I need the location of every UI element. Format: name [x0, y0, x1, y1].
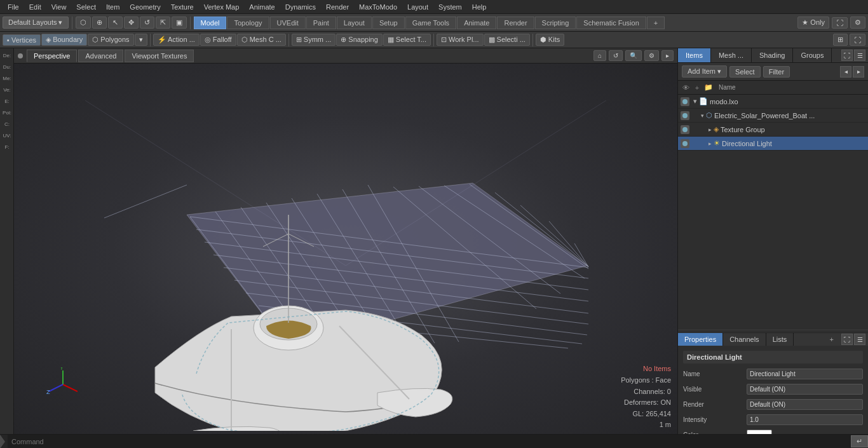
sidebar-e[interactable]: E: [0, 95, 14, 107]
eye-root[interactable] [681, 97, 689, 106]
vp-home[interactable]: ⌂ [593, 50, 606, 61]
tab-schematic-fusion[interactable]: Schematic Fusion [576, 17, 646, 29]
btn-falloff[interactable]: ◎ Falloff [200, 34, 236, 46]
config-btn[interactable]: ⚙ [850, 17, 865, 29]
btn-fullscreen-view[interactable]: ⛶ [850, 34, 865, 46]
prop-value-visible[interactable]: Default (ON) [747, 384, 863, 395]
tree-item-texgrp[interactable]: ▸ ◈ Texture Group [678, 123, 868, 137]
eye-dirlight[interactable] [681, 139, 689, 148]
menu-animate[interactable]: Animate [244, 2, 280, 12]
sidebar-f[interactable]: F: [0, 141, 14, 153]
add-item-button[interactable]: Add Item ▾ [682, 65, 727, 78]
vp-tab-advanced[interactable]: Advanced [78, 50, 123, 62]
layout-dropdown[interactable]: Default Layouts ▾ [3, 17, 69, 29]
tab-topology[interactable]: Topology [227, 17, 269, 29]
tool-scale[interactable]: ⇱ [156, 17, 170, 29]
prop-value-name[interactable]: Directional Light [747, 369, 863, 379]
btn-select-t[interactable]: ▦ Select T... [383, 34, 431, 46]
tree-folder-btn[interactable]: 📁 [703, 83, 714, 92]
btn-mesh-c[interactable]: ⬡ Mesh C ... [237, 34, 286, 46]
props-expand-btn[interactable]: ⛶ [841, 334, 853, 345]
tab-uvedit[interactable]: UVEdit [270, 17, 306, 29]
vp-chevron[interactable]: ▸ [661, 50, 674, 61]
menu-system[interactable]: System [433, 2, 467, 12]
cmd-submit-btn[interactable]: ↵ [851, 435, 868, 447]
tab-scripting[interactable]: Scripting [535, 17, 576, 29]
star-only-btn[interactable]: ★ Only [797, 17, 829, 29]
tool-move[interactable]: ✥ [124, 17, 139, 29]
menu-geometry[interactable]: Geometry [125, 2, 165, 12]
menu-file[interactable]: File [3, 2, 24, 12]
tab-layout[interactable]: Layout [337, 17, 372, 29]
menu-texture[interactable]: Texture [166, 2, 199, 12]
tool-box[interactable]: ▣ [172, 17, 187, 29]
btn-view-options[interactable]: ⊞ [833, 34, 848, 46]
vp-search[interactable]: 🔍 [625, 50, 642, 61]
select-button[interactable]: Select [729, 66, 761, 78]
tab-model[interactable]: Model [194, 17, 227, 29]
items-expand-btn[interactable]: ▸ [853, 66, 864, 78]
menu-view[interactable]: View [46, 2, 72, 12]
sidebar-de[interactable]: De: [0, 50, 14, 61]
rpanel-expand-btn[interactable]: ⛶ [841, 50, 853, 61]
tree-item-dirlight[interactable]: ▸ ☀ Directional Light [678, 137, 868, 151]
btn-symmetry[interactable]: ⊞ Symm ... [292, 34, 336, 46]
tool-cursor[interactable]: ↖ [108, 17, 123, 29]
menu-dynamics[interactable]: Dynamics [280, 2, 321, 12]
sidebar-ve[interactable]: Ve: [0, 84, 14, 95]
tree-vis-toggle[interactable]: 👁 [681, 84, 691, 92]
comp-dropdown[interactable]: ▾ [135, 34, 147, 46]
menu-select[interactable]: Select [71, 2, 101, 12]
menu-item[interactable]: Item [101, 2, 125, 12]
rpanel-tab-mesh[interactable]: Mesh ... [711, 48, 752, 62]
rpanel-tab-items[interactable]: Items [678, 48, 711, 62]
3d-viewport[interactable]: X Y Z No Items Polygons : Face Channels:… [14, 64, 677, 434]
tab-animate[interactable]: Animate [457, 17, 496, 29]
menu-maxtomode[interactable]: MaxToModo [354, 2, 402, 12]
menu-vertex-map[interactable]: Vertex Map [199, 2, 245, 12]
sidebar-uv[interactable]: UV: [0, 130, 14, 141]
tool-transform[interactable]: ⊕ [92, 17, 107, 29]
tool-rotate[interactable]: ↺ [140, 17, 154, 29]
command-input[interactable] [8, 435, 851, 449]
tree-item-root[interactable]: ▾ 📄 modo.lxo [678, 95, 868, 109]
sidebar-du[interactable]: Du: [0, 61, 14, 72]
tab-setup[interactable]: Setup [372, 17, 405, 29]
btn-kits[interactable]: ⬢ Kits [536, 34, 564, 46]
fullscreen-btn[interactable]: ⛶ [832, 17, 848, 29]
vp-settings[interactable]: ⚙ [644, 50, 659, 61]
rpanel-tab-shading[interactable]: Shading [752, 48, 793, 62]
items-options-btn[interactable]: ◂ [840, 66, 851, 78]
sidebar-pol[interactable]: Pol: [0, 107, 14, 118]
props-tab-lists[interactable]: Lists [766, 333, 794, 346]
tool-select-icon[interactable]: ⬡ [76, 17, 91, 29]
menu-help[interactable]: Help [467, 2, 492, 12]
comp-polygons[interactable]: ⬡ Polygons [88, 34, 133, 46]
tree-add-btn[interactable]: + [692, 84, 702, 92]
btn-work-pl[interactable]: ⊡ Work Pl... [437, 34, 484, 46]
eye-texgrp[interactable] [681, 125, 689, 134]
tree-item-boat[interactable]: ▾ ⬡ Electric_Solar_Powered_Boat ... [678, 109, 868, 123]
vp-tab-viewport-textures[interactable]: Viewport Textures [125, 50, 194, 62]
tab-game-tools[interactable]: Game Tools [405, 17, 457, 29]
tab-paint[interactable]: Paint [306, 17, 336, 29]
menu-render[interactable]: Render [321, 2, 354, 12]
btn-snapping[interactable]: ⊕ Snapping [336, 34, 383, 46]
props-tab-properties[interactable]: Properties [678, 333, 723, 346]
btn-action[interactable]: ⚡ Action ... [153, 34, 200, 46]
vp-refresh[interactable]: ↺ [609, 50, 623, 61]
props-tab-channels[interactable]: Channels [723, 333, 766, 346]
tab-add[interactable]: + [647, 17, 665, 29]
eye-boat[interactable] [681, 111, 689, 120]
props-options-btn[interactable]: ☰ [854, 334, 865, 345]
btn-selecti[interactable]: ▩ Selecti ... [484, 34, 530, 46]
sidebar-c[interactable]: C: [0, 118, 14, 130]
vp-tab-perspective[interactable]: Perspective [27, 50, 77, 62]
rpanel-settings-btn[interactable]: ☰ [854, 50, 865, 61]
rpanel-tab-groups[interactable]: Groups [793, 48, 832, 62]
comp-vert[interactable]: ▪ Vertices [3, 34, 41, 46]
props-add-btn[interactable]: + [825, 333, 839, 346]
filter-button[interactable]: Filter [763, 66, 790, 78]
sidebar-me[interactable]: Me: [0, 72, 14, 84]
menu-layout[interactable]: Layout [402, 2, 433, 12]
